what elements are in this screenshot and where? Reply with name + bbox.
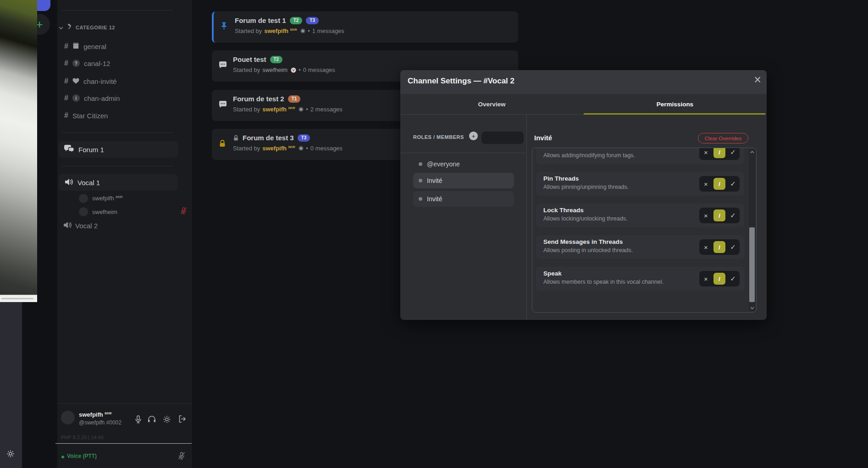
roles-search-input[interactable] <box>481 132 524 144</box>
forum-label: Forum 1 <box>78 146 104 154</box>
deny-button[interactable]: × <box>699 180 713 188</box>
permission-row: Allows adding/modifying forum tags. × / … <box>536 148 744 164</box>
sidebar-item-canal-12[interactable]: # ? canal-12 <box>64 58 110 69</box>
photo-window <box>0 0 37 302</box>
scrollbar-thumb[interactable] <box>749 227 755 302</box>
status-line: PHP 8.2.29 | 14:49 <box>61 435 104 440</box>
hammer-icon <box>66 24 72 31</box>
permission-name: Speak <box>543 270 562 277</box>
hash-icon: # <box>64 59 68 67</box>
thread-starter[interactable]: swefpifh bhfr <box>264 28 297 34</box>
divider <box>526 115 527 320</box>
voice-user-name: swefheim <box>92 209 117 215</box>
deny-button[interactable]: × <box>699 243 713 251</box>
role-flower-icon <box>299 107 304 112</box>
neutral-button[interactable]: / <box>713 148 725 158</box>
microphone-icon[interactable] <box>134 415 142 425</box>
channel-name: chan-invité <box>83 77 117 85</box>
role-item-invite-1[interactable]: Invité <box>413 173 514 188</box>
allow-button[interactable]: ✓ <box>726 148 740 156</box>
role-name: @everyone <box>427 160 460 168</box>
tab-overview[interactable]: Overview <box>400 94 583 114</box>
photo-window-bottom-bar <box>0 295 37 302</box>
role-item-invite-2[interactable]: Invité <box>413 191 514 207</box>
scroll-up-icon[interactable] <box>749 149 755 155</box>
thread-message-count: 0 messages <box>310 145 343 152</box>
clear-overrides-button[interactable]: Clear Overrides <box>698 133 748 143</box>
neutral-button[interactable]: / <box>713 178 725 190</box>
add-role-button[interactable]: + <box>469 132 478 140</box>
clown-emoji-icon <box>291 67 296 73</box>
permission-toggle: × / ✓ <box>699 271 740 286</box>
allow-button[interactable]: ✓ <box>726 275 740 283</box>
deny-button[interactable]: × <box>699 212 713 220</box>
category-header[interactable]: CATEGORIE 12 <box>59 24 115 31</box>
permission-row: Send Messages in Threads Allows posting … <box>536 235 744 259</box>
permission-description: Allows locking/unlocking threads. <box>543 215 627 222</box>
permission-name: Send Messages in Threads <box>543 238 623 245</box>
role-dot-icon <box>419 162 422 166</box>
modal-header: Channel Settings — #Vocal 2 × <box>400 70 767 94</box>
sidebar-item-vocal-2[interactable]: Vocal 2 <box>63 221 98 230</box>
voice-user-swefheim[interactable]: swefheim <box>79 206 117 217</box>
thread-title-row: Forum de test 3 T3 <box>233 134 343 142</box>
dock-settings-gear-icon[interactable] <box>6 450 15 460</box>
voice-user-swefpifh[interactable]: swefpifh bhfr <box>79 193 123 204</box>
avatar <box>79 194 88 203</box>
hash-icon: # <box>64 42 68 50</box>
user-handle: @swefpifh #0002 <box>79 419 122 426</box>
thread-tag: T2 <box>270 56 283 63</box>
user-avatar[interactable] <box>61 411 75 424</box>
thread-message-count: 1 messages <box>312 28 344 34</box>
thread-starter[interactable]: swefheim <box>262 66 287 73</box>
allow-button[interactable]: ✓ <box>726 180 740 188</box>
question-circle-icon: ? <box>72 60 80 67</box>
deny-button[interactable]: × <box>699 275 713 283</box>
voice-ptt-label[interactable]: Voice (PTT) <box>67 453 97 459</box>
lock-icon <box>219 139 226 149</box>
sidebar-item-chan-admin[interactable]: # i chan-admin <box>64 93 120 104</box>
close-icon[interactable]: × <box>754 73 761 87</box>
sidebar-item-star-citizen[interactable]: # Star Citizen <box>64 110 108 121</box>
avatar <box>79 207 88 216</box>
permission-row: Pin Threads Allows pinning/unpinning thr… <box>536 172 744 196</box>
thread-meta: Started by swefpifh bhfr • 1 messages <box>235 28 344 34</box>
permission-toggle: × / ✓ <box>699 176 740 192</box>
neutral-button[interactable]: / <box>713 273 725 285</box>
tab-permissions[interactable]: Permissions <box>583 94 767 114</box>
permission-description: Allows pinning/unpinning threads. <box>543 184 629 190</box>
divider <box>62 132 173 133</box>
channel-name: chan-admin <box>84 94 120 102</box>
voice-user-name: swefpifh bhfr <box>92 195 123 202</box>
sidebar-item-general[interactable]: # general <box>64 41 106 52</box>
neutral-button[interactable]: / <box>713 241 725 253</box>
thread-bubble-icon <box>219 61 227 71</box>
permission-toggle: × / ✓ <box>699 148 740 160</box>
sidebar-item-vocal-1[interactable]: Vocal 1 <box>59 174 178 191</box>
role-flower-icon <box>300 28 305 33</box>
deny-button[interactable]: × <box>699 149 713 156</box>
chevron-down-icon <box>59 25 63 30</box>
neutral-button[interactable]: / <box>713 209 725 221</box>
allow-button[interactable]: ✓ <box>726 243 740 251</box>
scrollbar[interactable] <box>749 149 755 311</box>
permission-toggle: × / ✓ <box>699 239 740 255</box>
settings-gear-icon[interactable] <box>163 415 171 425</box>
sidebar-item-chan-invite[interactable]: # chan-invité <box>64 76 116 87</box>
channel-sidebar: CATEGORIE 12 # general # ? canal-12 # ch… <box>57 0 192 468</box>
headphones-icon[interactable] <box>148 415 156 424</box>
thread-card-forum-de-test-1[interactable]: Forum de test 1 T2 T3 Started by swefpif… <box>212 11 518 43</box>
thread-starter[interactable]: swefpifh bhfr <box>262 106 295 113</box>
allow-button[interactable]: ✓ <box>726 211 740 220</box>
divider <box>62 10 173 11</box>
active-tab-underline <box>584 113 766 115</box>
divider <box>57 403 192 404</box>
vocal-label: Vocal 1 <box>77 179 100 187</box>
logout-icon[interactable] <box>178 415 187 424</box>
scroll-down-icon[interactable] <box>749 305 755 311</box>
thread-starter[interactable]: swefpifh bhfr <box>262 145 295 152</box>
speaker-icon <box>63 221 72 230</box>
sidebar-item-forum-1[interactable]: Forum 1 <box>59 141 178 158</box>
role-item-everyone[interactable]: @everyone <box>413 157 514 171</box>
mic-slash-icon[interactable] <box>178 452 185 462</box>
